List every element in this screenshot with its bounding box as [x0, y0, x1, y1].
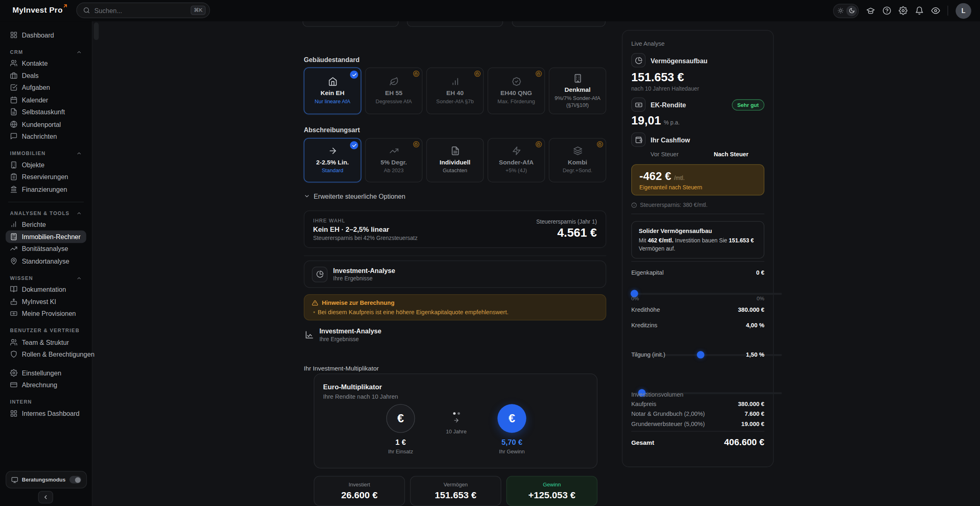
tab-nach-steuer[interactable]: Nach Steuer	[698, 151, 764, 158]
sidebar-item-aufgaben[interactable]: Aufgaben	[6, 82, 86, 94]
sidebar-item-label: Finanzierungen	[22, 185, 67, 193]
theme-toggle[interactable]	[833, 3, 859, 18]
sidebar-item-meine-provisionen[interactable]: Meine Provisionen	[6, 308, 86, 320]
option-card-sonder-afa[interactable]: Sonder-AfA+5% (4J)	[488, 138, 545, 182]
slider-row-tilgung-init: Tilgung (init.)1,50 %	[631, 351, 764, 358]
sidebar-item-label: Einstellungen	[22, 369, 62, 376]
option-card-5-degr[interactable]: 5% Degr.Ab 2023	[365, 138, 423, 182]
sidebar-collapse-button[interactable]	[38, 491, 53, 504]
sidebar-item-label: Berichte	[22, 221, 46, 228]
investment-total-row: Gesamt 406.600 €	[631, 437, 764, 447]
sidebar-item-finanzierungen[interactable]: Finanzierungen	[6, 183, 86, 195]
option-card-subtitle: Degressive AfA	[376, 98, 412, 105]
consult-mode-toggle[interactable]	[69, 476, 81, 483]
preview-eye-icon[interactable]	[931, 6, 940, 15]
input-value: 1 €	[372, 438, 429, 446]
investment-row-notar-grundbuch-2-00: Notar & Grundbuch (2,00%)7.600 €	[631, 411, 764, 417]
option-card-denkmal[interactable]: Denkmal9%/7% Sonder-AfA (§7i/§10f)	[549, 67, 606, 114]
sidebar-item-einstellungen[interactable]: Einstellungen	[6, 366, 86, 379]
slider-track-eigenkapital[interactable]	[631, 293, 782, 295]
option-card-2-2-5-lin[interactable]: 2-2.5% Lin.Standard	[304, 138, 361, 182]
user-avatar[interactable]: L	[956, 3, 971, 18]
sidebar-item-label: Reservierungen	[22, 173, 68, 180]
sidebar-item-reservierungen[interactable]: Reservierungen	[6, 171, 86, 183]
total-value: 406.600 €	[724, 437, 764, 447]
sidebar-item-dokumentation[interactable]: Dokumentation	[6, 283, 86, 295]
search-input[interactable]	[94, 7, 190, 14]
option-card-kombi[interactable]: KombiDegr.+Sond.	[549, 138, 606, 182]
sidebar-item-kalender[interactable]: Kalender	[6, 94, 86, 106]
chevron-up-icon[interactable]	[76, 210, 82, 216]
chevron-up-icon[interactable]	[76, 275, 82, 281]
advanced-tax-options-toggle[interactable]: Erweiterte steuerliche Optionen	[304, 192, 405, 200]
sun-icon[interactable]	[835, 5, 846, 16]
option-card-subtitle: 9%/7% Sonder-AfA (§7i/§10f)	[552, 95, 604, 109]
notifications-icon[interactable]	[915, 6, 924, 15]
option-card-eh-55[interactable]: EH 55Degressive AfA	[365, 67, 423, 114]
sidebar-item-objekte[interactable]: Objekte	[6, 159, 86, 171]
slider-label: Kreditzins	[631, 322, 657, 328]
pie-chart-icon	[312, 266, 327, 282]
sidebar-item-kundenportal[interactable]: Kundenportal	[6, 118, 86, 130]
tab-vor-steuer[interactable]: Vor Steuer	[631, 151, 698, 158]
scrollbar-thumb[interactable]	[94, 22, 99, 40]
calculator-icon	[10, 233, 17, 240]
stat-vermögen: Vermögen151.653 €	[410, 476, 501, 506]
app-logo[interactable]: MyInvest Pro	[13, 6, 63, 14]
sidebar-item-deals[interactable]: Deals	[6, 69, 86, 82]
sidebar-item-berichte[interactable]: Berichte	[6, 218, 86, 231]
moon-icon[interactable]	[846, 5, 857, 16]
option-card-title: 5% Degr.	[381, 159, 407, 166]
wealth-label: Vermögensaufbau	[650, 57, 707, 64]
analysis-subtitle: Ihre Ergebnisse	[333, 275, 395, 282]
search-shortcut-badge: ⌘K	[191, 6, 206, 15]
chevron-up-icon[interactable]	[76, 151, 82, 156]
selection-title: Kein EH · 2–2,5% linear	[313, 225, 418, 233]
investment-volume-title: Investitionsvolumen	[631, 391, 764, 398]
option-card-kein-eh[interactable]: Kein EHNur lineare AfA	[304, 67, 361, 114]
trending-up-icon	[389, 146, 399, 155]
input-label: Ihr Einsatz	[372, 448, 429, 455]
sidebar-item-team-struktur[interactable]: Team & Struktur	[6, 336, 86, 348]
insight-title: Solider Vermögensaufbau	[639, 227, 757, 234]
sidebar-item-nachrichten[interactable]: Nachrichten	[6, 130, 86, 142]
sidebar-item-kontakte[interactable]: Kontakte	[6, 57, 86, 69]
search-icon	[83, 7, 90, 14]
option-card-eh40-qng[interactable]: EH40 QNGMax. Förderung	[488, 67, 545, 114]
sidebar-item-immobilien-rechner[interactable]: Immobilien-Rechner	[6, 231, 86, 243]
slider-row-kredithöhe: Kredithöhe380.000 €	[631, 306, 764, 313]
chevron-up-icon[interactable]	[76, 49, 82, 55]
zap-icon	[512, 146, 521, 155]
depreciation-cards: 2-2.5% Lin.Standard5% Degr.Ab 2023Indivi…	[304, 138, 606, 182]
sidebar-item-selbstauskunft[interactable]: Selbstauskunft	[6, 106, 86, 118]
euro-input-circle: €	[386, 404, 415, 433]
option-card-individuell[interactable]: IndividuellGutachten	[426, 138, 484, 182]
roe-rating-badge: Sehr gut	[732, 99, 764, 111]
search-bar[interactable]: ⌘K	[76, 2, 210, 18]
sidebar-item-abrechnung[interactable]: Abrechnung	[6, 379, 86, 391]
option-card-eh-40[interactable]: EH 40Sonder-AfA §7b	[426, 67, 484, 114]
sidebar-section-benutzer-vertrieb: BENUTZER & VERTRIEB	[6, 328, 86, 334]
premium-lock-icon	[536, 71, 542, 77]
sidebar-item-myinvest-ki[interactable]: MyInvest KI	[6, 295, 86, 308]
house-icon	[328, 77, 337, 86]
sidebar-item-standortanalyse[interactable]: Standortanalyse	[6, 255, 86, 267]
insight-text: Mit 462 €/mtl. Investition bauen Sie 151…	[639, 237, 757, 253]
sidebar-item-rollen-berechtigungen[interactable]: Rollen & Berechtigungen	[6, 348, 86, 360]
multiplier-section-title: Ihr Investment-Multiplikator	[304, 365, 379, 372]
premium-lock-icon	[413, 71, 419, 77]
investment-row-label: Kaufpreis	[631, 400, 656, 407]
help-icon[interactable]	[882, 6, 891, 15]
pie-chart-icon	[631, 53, 646, 67]
academy-icon[interactable]	[866, 6, 875, 15]
sidebar-item-internes-dashboard[interactable]: Internes Dashboard	[6, 407, 86, 419]
analysis-header-2-text: Investment-Analyse Ihre Ergebnisse	[319, 327, 381, 342]
sidebar-item-dashboard[interactable]: Dashboard	[6, 29, 86, 41]
slider-range-labels: 0%0%	[631, 295, 764, 302]
settings-icon[interactable]	[899, 6, 907, 15]
depreciation-title: Abschreibungsart	[304, 126, 360, 133]
sidebar-item-bonitätsanalyse[interactable]: Bonitätsanalyse	[6, 243, 86, 255]
topbar: MyInvest Pro ⌘K	[0, 0, 980, 21]
panel-divider	[631, 213, 764, 214]
section-divider	[304, 255, 606, 256]
